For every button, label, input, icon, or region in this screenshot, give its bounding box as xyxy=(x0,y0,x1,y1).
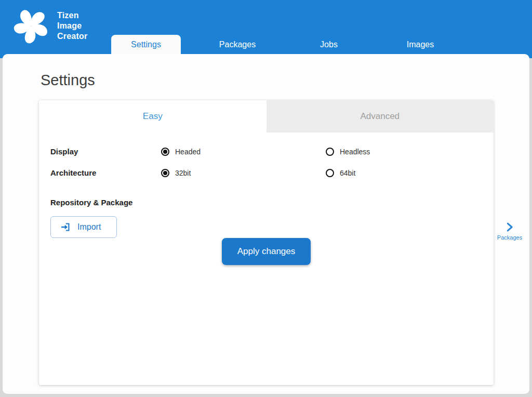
logo-line-2: Image xyxy=(57,21,87,31)
radio-selected-icon xyxy=(161,148,169,156)
display-row: Display Headed Headless xyxy=(39,141,494,162)
tizen-pinwheel-icon xyxy=(11,5,51,47)
display-label: Display xyxy=(50,147,161,156)
import-icon xyxy=(60,222,71,232)
card-tabstrip: Easy Advanced xyxy=(39,100,494,133)
main-panel: Settings Easy Advanced Display Headed He… xyxy=(3,54,529,394)
nav-tab-jobs[interactable]: Jobs xyxy=(300,35,357,54)
import-button[interactable]: Import xyxy=(50,216,117,238)
app-header: Tizen Image Creator Settings Packages Jo… xyxy=(0,0,532,58)
settings-card: Easy Advanced Display Headed Headless Ar… xyxy=(39,100,494,385)
architecture-row: Architecture 32bit 64bit xyxy=(39,162,494,183)
logo-line-3: Creator xyxy=(57,31,87,42)
radio-option-64bit[interactable]: 64bit xyxy=(326,169,355,177)
nav-tab-images[interactable]: Images xyxy=(387,35,454,54)
apply-row: Apply changes xyxy=(39,238,494,277)
tab-advanced[interactable]: Advanced xyxy=(267,100,494,133)
settings-form: Display Headed Headless Architecture 32b… xyxy=(39,133,494,277)
radio-unselected-icon xyxy=(326,148,334,156)
radio-selected-icon xyxy=(161,169,169,177)
page-title: Settings xyxy=(3,54,529,89)
architecture-label: Architecture xyxy=(50,168,161,177)
radio-option-headless[interactable]: Headless xyxy=(326,148,370,156)
app-logo: Tizen Image Creator xyxy=(11,5,87,47)
radio-option-32bit[interactable]: 32bit xyxy=(161,169,191,177)
next-page-label: Packages xyxy=(497,234,522,241)
next-page-nav-packages[interactable]: Packages xyxy=(496,221,523,241)
tab-easy[interactable]: Easy xyxy=(39,100,267,133)
radio-option-label: 64bit xyxy=(340,169,355,177)
apply-changes-button[interactable]: Apply changes xyxy=(222,238,311,265)
radio-option-headed[interactable]: Headed xyxy=(161,148,201,156)
nav-tab-packages[interactable]: Packages xyxy=(200,35,275,54)
radio-option-label: Headed xyxy=(175,148,201,156)
chevron-right-icon xyxy=(504,221,515,233)
radio-option-label: Headless xyxy=(340,148,370,156)
main-nav: Settings Packages Jobs Images xyxy=(100,35,466,54)
radio-unselected-icon xyxy=(326,169,334,177)
import-button-label: Import xyxy=(77,222,101,232)
repository-package-heading: Repository & Package xyxy=(39,183,494,210)
radio-option-label: 32bit xyxy=(175,169,191,177)
logo-line-1: Tizen xyxy=(57,10,87,21)
nav-tab-settings[interactable]: Settings xyxy=(111,35,181,54)
logo-text: Tizen Image Creator xyxy=(57,10,87,42)
